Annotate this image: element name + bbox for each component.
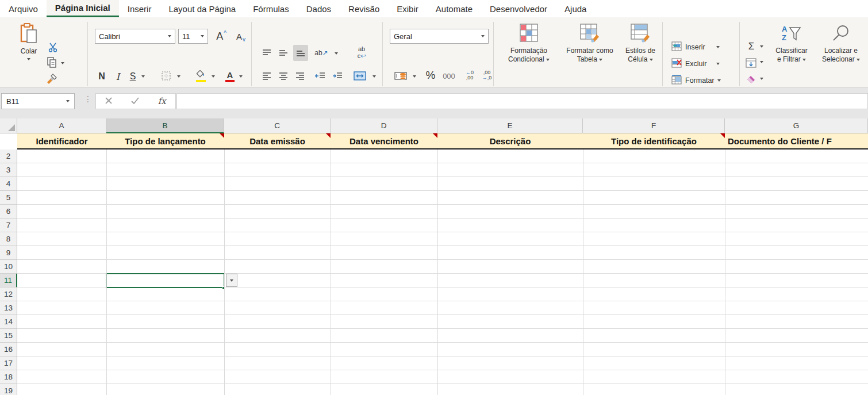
percent-style-button[interactable]: % [423, 68, 439, 83]
tab-fórmulas[interactable]: Fórmulas [244, 0, 298, 17]
header-cell-C1[interactable]: Data emissão [224, 133, 331, 148]
grid-row[interactable] [17, 370, 868, 384]
grid-row[interactable] [17, 218, 868, 232]
font-color-button[interactable]: A [223, 68, 237, 84]
sort-filter-button[interactable]: A Z Classificar e Filtrar [768, 24, 815, 64]
row-header-15[interactable]: 15 [0, 329, 17, 343]
orientation-dropdown-icon[interactable] [335, 52, 338, 55]
shrink-font-button[interactable]: Av [232, 29, 249, 44]
column-header-D[interactable]: D [331, 118, 437, 133]
accounting-format-button[interactable] [393, 69, 409, 83]
grid-row[interactable] [17, 287, 868, 301]
wrap-text-button[interactable]: ab c↩ [353, 43, 370, 62]
underline-dropdown-icon[interactable] [141, 75, 145, 78]
column-header-G[interactable]: G [725, 118, 868, 133]
header-cell-B1[interactable]: Tipo de lançamento [106, 133, 224, 148]
conditional-formatting-button[interactable]: Formatação Condicional [499, 23, 559, 64]
fill-button[interactable] [744, 56, 758, 69]
row-header-6[interactable]: 6 [0, 205, 17, 218]
fill-color-button[interactable] [193, 68, 208, 84]
copy-button[interactable] [45, 56, 59, 70]
grid-row[interactable] [17, 384, 868, 395]
row-header-14[interactable]: 14 [0, 315, 17, 329]
row-header-12[interactable]: 12 [0, 287, 17, 301]
row-header-10[interactable]: 10 [0, 260, 17, 274]
align-left-button[interactable] [260, 69, 274, 83]
row-header-8[interactable]: 8 [0, 232, 17, 246]
font-name-combo[interactable]: Calibri [95, 29, 175, 44]
row-header-19[interactable]: 19 [0, 384, 17, 395]
format-cells-button[interactable]: Formatar [671, 75, 721, 86]
align-right-button[interactable] [293, 69, 307, 83]
font-color-dropdown-icon[interactable] [239, 75, 243, 78]
row-header-17[interactable]: 17 [0, 356, 17, 370]
row-header-3[interactable]: 3 [0, 163, 17, 177]
spreadsheet-grid[interactable]: ABCDEFG IdentificadorTipo de lançamentoD… [0, 118, 868, 395]
select-all-corner[interactable] [0, 118, 17, 133]
row-header-16[interactable]: 16 [0, 343, 17, 356]
grid-row[interactable] [17, 301, 868, 315]
column-header-E[interactable]: E [437, 118, 583, 133]
tab-arquivo[interactable]: Arquivo [0, 0, 47, 17]
number-format-combo[interactable]: Geral [390, 29, 489, 44]
tab-dados[interactable]: Dados [298, 0, 340, 17]
insert-function-icon[interactable]: fx [158, 96, 166, 106]
header-cell-F1[interactable]: Tipo de identificação [583, 133, 725, 148]
grid-row[interactable] [17, 356, 868, 370]
row-header-2[interactable]: 2 [0, 149, 17, 163]
column-header-C[interactable]: C [224, 118, 331, 133]
data-validation-dropdown-button[interactable] [226, 274, 237, 287]
paste-button[interactable]: Colar [10, 23, 47, 60]
header-cell-E1[interactable]: Descrição [437, 133, 583, 148]
accounting-dropdown-icon[interactable] [413, 75, 416, 78]
formula-input[interactable] [176, 93, 868, 109]
row-header-11[interactable]: 11 [0, 274, 17, 287]
row-header-4[interactable]: 4 [0, 177, 17, 191]
tab-layout-da-página[interactable]: Layout da Página [160, 0, 244, 17]
column-header-B[interactable]: B [106, 118, 224, 133]
align-bottom-button[interactable] [293, 45, 308, 61]
tab-revisão[interactable]: Revisão [340, 0, 388, 17]
fill-handle[interactable] [222, 286, 225, 290]
grid-row[interactable] [17, 232, 868, 246]
cell-styles-button[interactable]: Estilos de Célula [621, 23, 660, 64]
format-as-table-button[interactable]: Formatar como Tabela [559, 23, 621, 64]
row-header-18[interactable]: 18 [0, 370, 17, 384]
merge-center-button[interactable] [352, 69, 368, 83]
cut-button[interactable] [46, 41, 60, 54]
decrease-indent-button[interactable] [313, 69, 328, 83]
grow-font-button[interactable]: A^ [213, 29, 230, 44]
tab-desenvolvedor[interactable]: Desenvolvedor [481, 0, 556, 17]
tab-página-inicial[interactable]: Página Inicial [47, 0, 119, 17]
delete-cells-button[interactable]: Excluir [671, 58, 720, 70]
confirm-entry-icon[interactable] [131, 96, 139, 106]
clear-button[interactable] [744, 72, 758, 86]
increase-decimal-button[interactable]: ←←00,00 [462, 68, 477, 83]
insert-cells-button[interactable]: Inserir [671, 41, 720, 53]
decrease-decimal-button[interactable]: ,00→,0 [479, 68, 494, 83]
row-header-7[interactable]: 7 [0, 218, 17, 232]
grid-row[interactable] [17, 315, 868, 329]
increase-indent-button[interactable] [330, 69, 345, 83]
bold-button[interactable]: N [95, 69, 109, 84]
column-header-A[interactable]: A [17, 118, 106, 133]
font-size-combo[interactable]: 11 [178, 29, 208, 44]
clear-dropdown-icon[interactable] [760, 78, 763, 80]
grid-row[interactable] [17, 260, 868, 274]
copy-dropdown-icon[interactable] [61, 62, 64, 64]
grid-row[interactable] [17, 149, 868, 163]
tab-inserir[interactable]: Inserir [119, 0, 160, 17]
grid-row[interactable] [17, 246, 868, 260]
column-header-F[interactable]: F [583, 118, 725, 133]
merge-center-dropdown-icon[interactable] [372, 75, 376, 78]
tab-automate[interactable]: Automate [427, 0, 481, 17]
grid-row[interactable] [17, 343, 868, 356]
grid-row[interactable] [17, 163, 868, 177]
grid-row[interactable] [17, 177, 868, 191]
header-cell-A1[interactable]: Identificador [17, 133, 106, 148]
grid-row[interactable] [17, 205, 868, 218]
tab-exibir[interactable]: Exibir [388, 0, 427, 17]
header-row[interactable]: IdentificadorTipo de lançamentoData emis… [17, 133, 868, 149]
align-top-button[interactable] [260, 46, 274, 60]
header-cell-D1[interactable]: Data vencimento [331, 133, 437, 148]
